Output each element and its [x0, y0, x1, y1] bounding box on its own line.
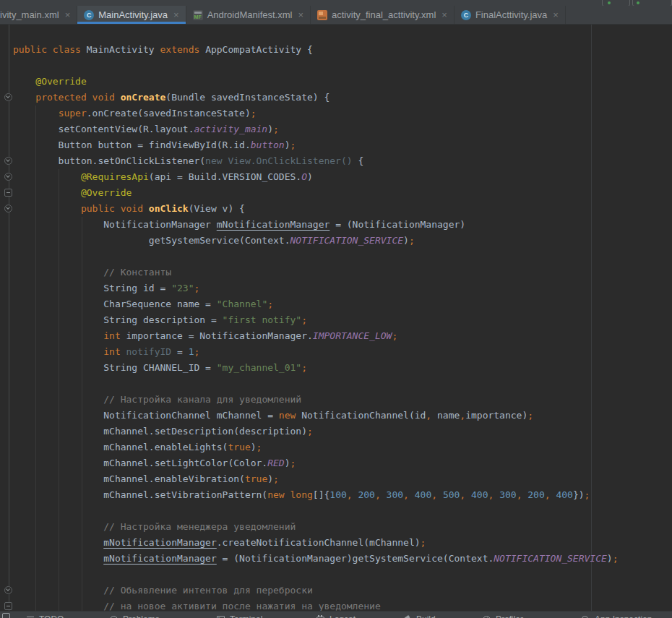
- code-line[interactable]: mChannel.enableLights(true);: [13, 439, 672, 455]
- code-token: [13, 585, 103, 596]
- statusbar-item-todo[interactable]: TODO: [26, 612, 64, 618]
- code-line[interactable]: protected void onCreate(Bundle savedInst…: [13, 90, 672, 106]
- code-line[interactable]: // Настройка канала для уведомлений: [13, 392, 672, 408]
- code-line[interactable]: mChannel.setVibrationPattern(new long[]{…: [13, 487, 672, 503]
- statusbar-item-logcat[interactable]: Logcat: [316, 612, 356, 618]
- fold-marker-icon[interactable]: [4, 173, 12, 181]
- code-token: name: [431, 410, 460, 421]
- statusbar-item-terminal[interactable]: Terminal: [217, 612, 262, 618]
- code-line[interactable]: String description = "first notify";: [13, 312, 672, 328]
- tab-mainactivity-java[interactable]: CMainActivity.java×: [77, 6, 186, 24]
- code-token: ): [267, 473, 273, 484]
- tab-close-icon[interactable]: ×: [441, 9, 447, 20]
- fold-marker-icon[interactable]: [4, 205, 12, 213]
- fold-marker-icon[interactable]: [4, 586, 12, 594]
- statusbar-item-build[interactable]: Build: [403, 612, 436, 618]
- code-line[interactable]: NotificationChannel mChannel = new Notif…: [13, 408, 672, 424]
- code-line[interactable]: @RequiresApi(api = Build.VERSION_CODES.O…: [13, 169, 672, 185]
- tab-close-icon[interactable]: ×: [553, 9, 559, 20]
- code-token: ;: [290, 458, 296, 468]
- code-token: extends: [160, 44, 206, 55]
- code-line[interactable]: // Настройка менеджера уведомлений: [13, 519, 672, 535]
- code-line[interactable]: [13, 376, 672, 392]
- code-token: ;: [301, 362, 307, 373]
- code-token: // на новое активити после нажатия на ув…: [103, 601, 381, 611]
- code-line[interactable]: mChannel.setDescription(description);: [13, 424, 672, 439]
- toolbar-run-button[interactable]: [602, 0, 630, 6]
- code-line[interactable]: setContentView(R.layout.activity_main);: [13, 121, 672, 137]
- code-line[interactable]: [13, 503, 672, 519]
- code-line[interactable]: NotificationManager mNotificationManager…: [13, 217, 672, 233]
- code-token: public void: [81, 203, 149, 214]
- tab-activity-final-acttivity-xml[interactable]: activity_final_acttivity.xml×: [311, 6, 455, 24]
- code-line[interactable]: public class MainActivity extends AppCom…: [13, 42, 672, 58]
- code-token: ;: [267, 299, 273, 309]
- tab-close-icon[interactable]: ×: [298, 9, 303, 20]
- tab-androidmanifest-xml[interactable]: MFAndroidManifest.xml×: [186, 6, 311, 24]
- code-token: [13, 76, 35, 87]
- layout-icon: [317, 10, 327, 20]
- code-line[interactable]: @Override: [13, 74, 672, 90]
- code-token: Button button = findViewById(R.id.: [13, 140, 251, 150]
- tab-finalacttivity-java[interactable]: CFinalActtivity.java×: [455, 6, 566, 24]
- code-line[interactable]: CharSequence name = "Channel";: [13, 296, 672, 312]
- toolbar-device-button[interactable]: [632, 0, 672, 6]
- code-line[interactable]: mChannel.setLightColor(Color.RED);: [13, 455, 672, 471]
- code-token: ;: [194, 283, 199, 293]
- code-line[interactable]: button.setOnClickListener(new View.OnCli…: [13, 153, 672, 169]
- code-line[interactable]: // Константы: [13, 265, 672, 280]
- tool-window-toggle-icon[interactable]: [2, 613, 10, 618]
- code-line[interactable]: mChannel.enableVibration(true);: [13, 471, 672, 487]
- code-line[interactable]: mNotificationManager.createNotificationC…: [13, 535, 672, 551]
- code-token: ;: [301, 314, 307, 325]
- code-line[interactable]: getSystemService(Context.NOTIFICATION_SE…: [13, 233, 672, 249]
- code-line[interactable]: String id = "23";: [13, 280, 672, 296]
- problems-icon: [110, 615, 119, 618]
- code-token: ,: [375, 489, 381, 500]
- code-line[interactable]: String CHANNEL_ID = "my_channel_01";: [13, 360, 672, 376]
- code-token: [13, 346, 103, 357]
- statusbar-item-app-inspection[interactable]: App Inspection: [582, 612, 652, 618]
- code-token: ,: [545, 489, 551, 500]
- code-line[interactable]: int importance = NotificationManager.IMP…: [13, 328, 672, 344]
- code-line[interactable]: int notifyID = 1;: [13, 344, 672, 360]
- code-token: 400: [556, 489, 572, 500]
- code-token: ;: [257, 442, 262, 452]
- code-line[interactable]: Button button = findViewById(R.id.button…: [13, 137, 672, 153]
- code-token: = (NotificationManager)getSystemService(…: [217, 553, 494, 564]
- code-token: ;: [273, 473, 279, 484]
- code-line[interactable]: super.onCreate(savedInstanceState);: [13, 106, 672, 121]
- code-line[interactable]: [13, 58, 672, 74]
- code-token: onClick: [149, 203, 189, 214]
- code-token: [13, 394, 103, 405]
- code-token: // Обьявление интентов для переброски: [103, 585, 313, 596]
- code-token: true: [245, 473, 267, 484]
- code-line[interactable]: [13, 249, 672, 265]
- code-line[interactable]: [13, 567, 672, 583]
- statusbar-item-profiler[interactable]: Profiler: [483, 612, 523, 618]
- code-token: new long: [267, 489, 313, 500]
- fold-marker-icon[interactable]: [4, 93, 12, 101]
- fold-marker-icon[interactable]: [4, 189, 12, 197]
- code-token: 300: [499, 489, 516, 500]
- code-line[interactable]: public void onClick(View v) {: [13, 201, 672, 217]
- fold-marker-icon[interactable]: [4, 602, 12, 610]
- code-line[interactable]: @Override: [13, 185, 672, 201]
- code-token: importance): [465, 410, 527, 421]
- code-line[interactable]: // Обьявление интентов для переброски: [13, 583, 672, 598]
- code-token: mNotificationManager: [103, 553, 217, 564]
- code-token: ,: [347, 489, 353, 500]
- code-token: =: [171, 346, 188, 357]
- fold-marker-icon[interactable]: [4, 157, 12, 165]
- statusbar-item-problems[interactable]: Problems: [110, 612, 160, 618]
- code-editor[interactable]: public class MainActivity extends AppCom…: [0, 25, 672, 611]
- code-line[interactable]: mNotificationManager = (NotificationMana…: [13, 551, 672, 567]
- code-token: .createNotificationChannel(mChannel): [217, 537, 421, 548]
- tab-close-icon[interactable]: ×: [173, 9, 179, 20]
- tab-close-icon[interactable]: ×: [65, 9, 71, 20]
- code-line[interactable]: // на новое активити после нажатия на ув…: [13, 598, 672, 611]
- code-token: activity_main: [194, 124, 267, 134]
- tab-ivity-main-xml[interactable]: ivity_main.xml×: [0, 6, 77, 24]
- code-token: .onCreate(savedInstanceState): [87, 108, 251, 119]
- code-token: IMPORTANCE_LOW: [313, 330, 392, 341]
